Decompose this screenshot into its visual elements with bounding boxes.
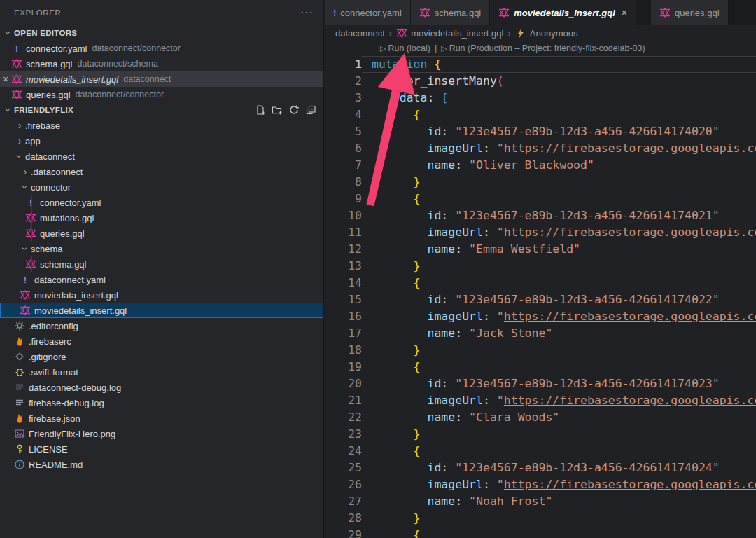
graphql-icon: [498, 7, 510, 18]
line-number: 12: [325, 241, 362, 258]
code-line-25[interactable]: 25 id: "123e4567-e89b-12d3-a456-42661417…: [325, 460, 756, 476]
code-line-15[interactable]: 15 id: "123e4567-e89b-12d3-a456-42661417…: [325, 291, 756, 308]
info-icon: [14, 459, 25, 470]
more-actions-icon[interactable]: ···: [300, 9, 314, 16]
tree-item-moviedetails-insert-gql[interactable]: moviedetails_insert.gql: [0, 303, 323, 318]
code-line-12[interactable]: 12 name: "Emma Westfield": [325, 241, 756, 258]
open-editor-item-queries-gql[interactable]: queries.gql dataconnect/connector: [0, 87, 323, 102]
code-editor[interactable]: 1 mutation { 2 actor_insertMany( 3 data:…: [325, 56, 756, 538]
refresh-icon[interactable]: [288, 104, 300, 116]
line-number: 24: [325, 443, 362, 460]
code-line-23[interactable]: 23 }: [325, 426, 756, 443]
tab-schema-gql[interactable]: schema.gql ×: [411, 0, 490, 25]
tree-item-queries-gql[interactable]: queries.gql: [0, 226, 323, 241]
tree-item-gitignore[interactable]: .gitignore: [0, 349, 323, 364]
breadcrumb-separator: ›: [507, 28, 510, 39]
code-line-8[interactable]: 8 }: [325, 174, 756, 191]
code-line-5[interactable]: 5 id: "123e4567-e89b-12d3-a456-426614174…: [325, 123, 756, 140]
tree-item-connector[interactable]: ›connector: [0, 179, 323, 195]
breadcrumb-item-dataconnect[interactable]: dataconnect: [335, 28, 385, 39]
tab-queries-gql[interactable]: queries.gql ×: [651, 0, 729, 25]
tree-item-schema-gql[interactable]: schema.gql: [0, 256, 323, 272]
open-editor-item-connector-yaml[interactable]: ! connector.yaml dataconnect/connector: [0, 41, 323, 56]
file-tree: ›.firebase ›app ›dataconnect ›.dataconne…: [0, 118, 323, 472]
code-line-19[interactable]: 19 {: [325, 359, 756, 375]
firebase-icon: [14, 336, 25, 347]
open-editors-list: ! connector.yaml dataconnect/connector s…: [0, 41, 323, 102]
breadcrumb-item-moviedetails-insert-gql[interactable]: moviedetails_insert.gql: [396, 27, 503, 39]
open-editor-item-moviedetails-insert-gql[interactable]: × moviedetails_insert.gql dataconnect: [0, 71, 323, 87]
code-line-3[interactable]: 3 data: [: [325, 90, 756, 106]
tree-item-connector-yaml[interactable]: !connector.yaml: [0, 195, 323, 210]
line-number: 7: [325, 157, 362, 174]
code-line-16[interactable]: 16 imageUrl: "https://firebasestorage.go…: [325, 308, 756, 325]
tree-indent-guide: [31, 256, 32, 272]
code-line-18[interactable]: 18 }: [325, 342, 756, 359]
code-line-10[interactable]: 10 id: "123e4567-e89b-12d3-a456-42661417…: [325, 207, 756, 224]
tree-item-app[interactable]: ›app: [0, 133, 323, 149]
graphql-icon: [25, 212, 36, 223]
graphql-icon: [25, 228, 36, 239]
code-line-17[interactable]: 17 name: "Jack Stone": [325, 325, 756, 342]
open-editor-item-schema-gql[interactable]: schema.gql dataconnect/schema: [0, 56, 323, 71]
code-line-13[interactable]: 13 }: [325, 258, 756, 275]
code-line-24[interactable]: 24 {: [325, 443, 756, 460]
code-line-22[interactable]: 22 name: "Clara Woods": [325, 409, 756, 426]
code-line-6[interactable]: 6 imageUrl: "https://firebasestorage.goo…: [325, 140, 756, 157]
line-number: 14: [325, 275, 362, 291]
code-line-27[interactable]: 27 name: "Noah Frost": [325, 493, 756, 510]
breadcrumb-item-anonymous[interactable]: Anonymous: [515, 27, 578, 39]
code-line-4[interactable]: 4 {: [325, 106, 756, 123]
codelens-run-production[interactable]: ▷ Run (Production – Project: friendly-fl…: [441, 43, 645, 53]
chevron-down-icon: ›: [3, 27, 14, 39]
code-line-7[interactable]: 7 name: "Oliver Blackwood": [325, 157, 756, 174]
code-line-21[interactable]: 21 imageUrl: "https://firebasestorage.go…: [325, 392, 756, 409]
tree-item-firebase-debug-log[interactable]: firebase-debug.log: [0, 395, 323, 411]
tree-item-dataconnect[interactable]: ›dataconnect: [0, 149, 323, 164]
tree-item-firebase[interactable]: ›.firebase: [0, 118, 323, 133]
tree-item-firebaserc[interactable]: .firebaserc: [0, 333, 323, 349]
tree-item-moviedata-insert-gql[interactable]: moviedata_insert.gql: [0, 287, 323, 303]
tree-item-editorconfig[interactable]: .editorconfig: [0, 318, 323, 333]
collapse-all-icon[interactable]: [305, 104, 316, 116]
close-icon[interactable]: ×: [0, 74, 11, 85]
tree-item-schema[interactable]: ›schema: [0, 241, 323, 256]
codelens-run-local[interactable]: ▷ Run (local): [380, 43, 430, 53]
tree-item-license[interactable]: LICENSE: [0, 441, 323, 457]
code-line-11[interactable]: 11 imageUrl: "https://firebasestorage.go…: [325, 224, 756, 241]
code-line-1[interactable]: 1 mutation {: [325, 56, 756, 73]
workspace-header[interactable]: › FRIENDLYFLIX: [0, 102, 323, 118]
line-number: 4: [325, 106, 362, 123]
yaml-icon: !: [25, 198, 36, 207]
code-line-14[interactable]: 14 {: [325, 275, 756, 291]
tree-item-mutations-gql[interactable]: mutations.gql: [0, 210, 323, 226]
close-icon[interactable]: ×: [622, 7, 627, 18]
code-line-9[interactable]: 9 {: [325, 191, 756, 207]
tree-item-readme-md[interactable]: README.md: [0, 457, 323, 472]
tree-item-dataconnect[interactable]: ›.dataconnect: [0, 164, 323, 179]
tree-item-swift-format[interactable]: {}.swift-format: [0, 364, 323, 380]
tree-item-friendlyflix-hero-png[interactable]: FriendlyFlix-Hero.png: [0, 426, 323, 441]
tree-item-dataconnect-debug-log[interactable]: dataconnect-debug.log: [0, 380, 323, 395]
new-folder-icon[interactable]: [272, 104, 283, 116]
code-line-26[interactable]: 26 imageUrl: "https://firebasestorage.go…: [325, 476, 756, 493]
tab-moviedetails-insert-gql[interactable]: moviedetails_insert.gql ×: [490, 0, 636, 25]
code-line-29[interactable]: 29 {: [325, 527, 756, 538]
line-number: 19: [325, 359, 362, 375]
open-editors-header[interactable]: › OPEN EDITORS: [0, 25, 323, 41]
editor-group: ! connector.yaml × schema.gql × moviedet…: [325, 0, 756, 538]
tree-item-firebase-json[interactable]: firebase.json: [0, 411, 323, 426]
line-number: 9: [325, 191, 362, 207]
new-file-icon[interactable]: [255, 104, 266, 116]
code-line-20[interactable]: 20 id: "123e4567-e89b-12d3-a456-42661417…: [325, 375, 756, 392]
line-number: 15: [325, 291, 362, 308]
code-line-2[interactable]: 2 actor_insertMany(: [325, 73, 756, 90]
graphql-icon: [11, 58, 22, 69]
chevron-right-icon: ›: [14, 120, 25, 131]
code-line-28[interactable]: 28 }: [325, 510, 756, 527]
code-indent-guide: [400, 106, 400, 538]
tab-connector-yaml[interactable]: ! connector.yaml ×: [325, 0, 411, 25]
codelens-row: ▷ Run (local) | ▷ Run (Production – Proj…: [325, 41, 756, 56]
graphql-icon: [11, 89, 22, 100]
tree-item-dataconnect-yaml[interactable]: !dataconnect.yaml: [0, 272, 323, 287]
